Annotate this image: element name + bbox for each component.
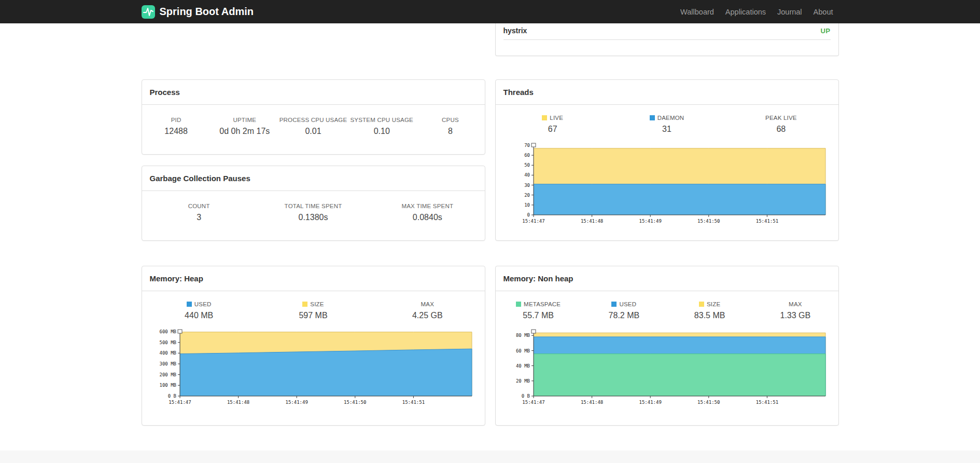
nav-item-journal[interactable]: Journal	[772, 8, 808, 16]
nav-item-wallboard[interactable]: Wallboard	[675, 8, 720, 16]
legend-used: USED 78.2 MB	[581, 301, 667, 320]
metric-system-cpu: SYSTEM CPU USAGE 0.10	[347, 117, 416, 136]
threads-panel-title: Threads	[496, 80, 838, 105]
process-panel-title: Process	[142, 80, 485, 105]
legend-value: 597 MB	[256, 311, 370, 320]
metric-gc-count: COUNT 3	[142, 203, 256, 222]
live-series-swatch	[542, 115, 547, 120]
svg-text:40: 40	[524, 172, 530, 178]
gc-metrics: COUNT 3 TOTAL TIME SPENT 0.1380s MAX TIM…	[142, 191, 485, 222]
svg-text:15:41:48: 15:41:48	[580, 400, 603, 405]
legend-max: MAX 4.25 GB	[370, 301, 484, 320]
legend-size: SIZE 83.5 MB	[667, 301, 752, 320]
applications-panel: hystrix UP	[495, 23, 839, 56]
metric-value: 12488	[142, 127, 211, 136]
svg-text:30: 30	[524, 183, 530, 188]
status-badge: UP	[820, 27, 830, 35]
legend-value: 83.5 MB	[667, 311, 752, 320]
svg-text:100 MB: 100 MB	[159, 383, 176, 388]
metric-gc-max-time: MAX TIME SPENT 0.0840s	[370, 203, 484, 222]
nav-item-applications[interactable]: Applications	[720, 8, 772, 16]
svg-text:500 MB: 500 MB	[159, 340, 176, 345]
svg-text:0 B: 0 B	[521, 393, 529, 399]
metric-label: PID	[142, 117, 211, 123]
svg-text:15:41:47: 15:41:47	[522, 400, 544, 405]
legend-used: USED 440 MB	[142, 301, 256, 320]
right-column: hystrix UP Threads LIVE 67 DAEMON 31	[495, 23, 839, 426]
nav-links: Wallboard Applications Journal About	[675, 8, 838, 16]
legend-size: SIZE 597 MB	[256, 301, 370, 320]
daemon-series-swatch	[650, 115, 655, 120]
memory-heap-panel-title: Memory: Heap	[142, 266, 485, 291]
svg-text:0: 0	[527, 212, 529, 217]
legend-value: 440 MB	[142, 311, 256, 320]
svg-text:10: 10	[524, 202, 530, 208]
svg-text:0 B: 0 B	[167, 393, 176, 399]
svg-text:15:41:49: 15:41:49	[639, 400, 661, 405]
metric-pid: PID 12488	[142, 117, 211, 136]
metric-value: 8	[416, 127, 484, 136]
svg-text:70: 70	[524, 143, 530, 148]
process-panel: Process PID 12488 UPTIME 0d 0h 2m 17s PR…	[142, 79, 485, 155]
brand-title: Spring Boot Admin	[160, 6, 254, 18]
metric-value: 0.1380s	[256, 213, 370, 222]
legend-value: 67	[496, 125, 610, 134]
svg-text:15:41:48: 15:41:48	[580, 219, 603, 224]
svg-text:15:41:47: 15:41:47	[522, 219, 544, 224]
svg-text:15:41:49: 15:41:49	[285, 400, 307, 405]
svg-text:300 MB: 300 MB	[159, 361, 176, 366]
legend-value: 78.2 MB	[581, 311, 667, 320]
application-name[interactable]: hystrix	[503, 26, 527, 35]
size-series-swatch	[302, 302, 307, 307]
svg-text:15:41:51: 15:41:51	[755, 219, 778, 224]
navbar: Spring Boot Admin Wallboard Applications…	[0, 0, 980, 23]
metaspace-series-swatch	[516, 302, 521, 307]
legend-value: 4.25 GB	[370, 311, 484, 320]
svg-text:15:41:50: 15:41:50	[697, 219, 720, 224]
threads-panel: Threads LIVE 67 DAEMON 31 PEAK LIVE 68	[495, 79, 839, 241]
memory-heap-panel: Memory: Heap USED 440 MB SIZE 597 MB MAX…	[142, 266, 485, 426]
legend-live: LIVE 67	[496, 115, 610, 134]
metric-value: 0.01	[279, 127, 347, 136]
svg-text:40 MB: 40 MB	[515, 363, 529, 369]
brand-link[interactable]: Spring Boot Admin	[142, 5, 254, 19]
svg-text:15:41:47: 15:41:47	[169, 400, 191, 405]
metric-uptime: UPTIME 0d 0h 2m 17s	[211, 117, 279, 136]
svg-text:80 MB: 80 MB	[515, 333, 529, 338]
metric-process-cpu: PROCESS CPU USAGE 0.01	[279, 117, 347, 136]
svg-text:200 MB: 200 MB	[159, 372, 176, 377]
size-series-swatch	[699, 302, 704, 307]
svg-text:15:41:51: 15:41:51	[402, 400, 424, 405]
threads-chart: 01020304050607015:41:4715:41:4815:41:491…	[503, 140, 831, 229]
used-series-swatch	[187, 302, 192, 307]
memory-nonheap-chart: 0 B20 MB40 MB60 MB80 MB15:41:4715:41:481…	[503, 326, 831, 411]
legend-value: 31	[610, 125, 724, 134]
nav-item-about[interactable]: About	[808, 8, 839, 16]
legend-max: MAX 1.33 GB	[752, 301, 838, 320]
used-series-swatch	[611, 302, 617, 307]
svg-text:15:41:50: 15:41:50	[697, 400, 720, 405]
svg-text:50: 50	[524, 162, 530, 168]
threads-legend: LIVE 67 DAEMON 31 PEAK LIVE 68	[496, 105, 838, 134]
main-content: Process PID 12488 UPTIME 0d 0h 2m 17s PR…	[0, 23, 980, 463]
svg-text:20 MB: 20 MB	[515, 378, 529, 384]
spring-boot-admin-logo-icon	[142, 5, 155, 19]
metric-label: CPUS	[416, 117, 484, 123]
legend-value: 68	[724, 125, 838, 134]
legend-value: 55.7 MB	[496, 311, 581, 320]
svg-text:20: 20	[524, 193, 530, 198]
metric-label: SYSTEM CPU USAGE	[347, 117, 416, 123]
metric-value: 0d 0h 2m 17s	[211, 127, 279, 136]
metric-label: TOTAL TIME SPENT	[256, 203, 370, 209]
memory-nonheap-legend: METASPACE 55.7 MB USED 78.2 MB SIZE 83.5…	[496, 291, 838, 320]
svg-text:600 MB: 600 MB	[159, 329, 176, 334]
svg-text:15:41:50: 15:41:50	[344, 400, 366, 405]
memory-heap-legend: USED 440 MB SIZE 597 MB MAX 4.25 GB	[142, 291, 485, 320]
metric-value: 3	[142, 213, 256, 222]
application-row[interactable]: hystrix UP	[503, 23, 831, 40]
metric-value: 0.0840s	[370, 213, 484, 222]
legend-value: 1.33 GB	[752, 311, 838, 320]
process-metrics: PID 12488 UPTIME 0d 0h 2m 17s PROCESS CP…	[142, 105, 485, 136]
metric-gc-total-time: TOTAL TIME SPENT 0.1380s	[256, 203, 370, 222]
gc-panel-title: Garbage Collection Pauses	[142, 166, 485, 191]
